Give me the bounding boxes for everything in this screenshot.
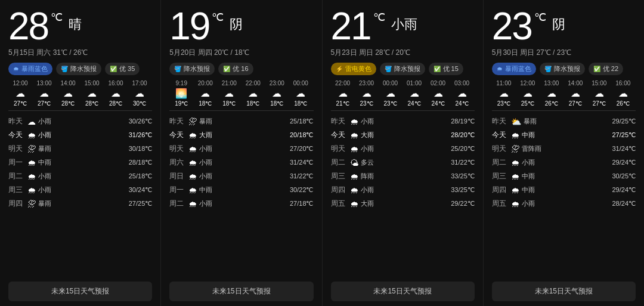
forecast-temp: 29/22℃ <box>451 200 475 208</box>
hour-time: 11:00 <box>496 80 511 86</box>
forecast-label: 小雨 <box>361 117 449 126</box>
weather-panel-4: 23 ℃ 阴 5月30日 周日 27℃ / 23℃🌧暴雨蓝色🪣降水预报✅优 22… <box>484 0 644 306</box>
hour-icon: ☁ <box>16 88 25 99</box>
badge-label: 优 16 <box>233 64 248 73</box>
hour-temp: 28℃ <box>109 100 122 107</box>
forecast-label: 小雨 <box>199 172 287 181</box>
forecast-day: 周一 <box>169 185 186 195</box>
date-range: 5月15日 周六 31℃ / 26℃ <box>8 48 152 58</box>
hourly-forecast: 11:00 ☁ 23℃ 12:00 ☁ 25℃ 13:00 ☁ 26℃ 14:0… <box>492 80 636 107</box>
badge-icon: 🌧 <box>497 66 503 72</box>
alert-badge[interactable]: 🪣降水预报 <box>380 63 425 75</box>
forecast-label: 小雨 <box>361 144 449 153</box>
forecast-icon: ⛈ <box>188 117 197 126</box>
badge-label: 优 22 <box>603 64 618 73</box>
hour-time: 00:00 <box>293 80 308 86</box>
divider <box>331 110 475 111</box>
alert-badge[interactable]: 🌧暴雨蓝色 <box>8 63 52 75</box>
forecast-icon: 🌧 <box>27 158 36 168</box>
hour-item: 17:00 ☁ 30℃ <box>128 80 151 107</box>
hour-item: 01:00 ☁ 24℃ <box>402 80 426 107</box>
temp-unit: ℃ <box>212 11 224 24</box>
forecast-icon: 🌧 <box>511 186 519 195</box>
hour-icon: ☁ <box>224 88 234 99</box>
hour-item: 21:00 ☁ 18℃ <box>217 80 241 107</box>
hour-icon: ☁ <box>272 88 281 99</box>
forecast-day: 周三 <box>492 171 509 181</box>
forecast-15day-button[interactable]: 未来15日天气预报 <box>492 282 636 301</box>
forecast-icon: 🌧 <box>511 158 519 168</box>
badge-row: ⚡雷电黄色🪣降水预报✅优 15 <box>331 63 475 75</box>
forecast-day: 今天 <box>331 130 348 140</box>
forecast-15day-button[interactable]: 未来15日天气预报 <box>8 282 152 301</box>
forecast-temp: 31/26℃ <box>129 131 153 139</box>
hour-icon: ☁ <box>296 88 305 99</box>
forecast-icon: 🌧 <box>350 186 358 195</box>
forecast-day: 周三 <box>8 185 25 195</box>
alert-badge[interactable]: ✅优 15 <box>429 63 463 75</box>
weather-description: 晴 <box>69 16 82 33</box>
badge-row: 🌧暴雨蓝色🪣降水预报✅优 22 <box>492 63 636 75</box>
forecast-day: 今天 <box>492 130 509 140</box>
alert-badge[interactable]: ⚡雷电黄色 <box>331 63 376 75</box>
forecast-label: 大雨 <box>199 131 287 140</box>
forecast-day: 周二 <box>169 199 186 209</box>
alert-badge[interactable]: ✅优 22 <box>589 63 623 75</box>
forecast-day: 周日 <box>169 171 186 181</box>
forecast-day: 周四 <box>8 199 25 209</box>
hour-time: 13:00 <box>36 80 51 86</box>
forecast-label: 小雨 <box>199 158 287 167</box>
forecast-label: 雷阵雨 <box>522 144 610 153</box>
hour-item: 9:19 🌅 19℃ <box>169 80 193 107</box>
alert-badge[interactable]: ✅优 35 <box>105 63 140 75</box>
forecast-label: 中雨 <box>199 186 287 194</box>
alert-badge[interactable]: 🌧暴雨蓝色 <box>492 63 536 75</box>
hour-item: 12:00 ☁ 27℃ <box>8 80 32 107</box>
forecast-label: 小雨 <box>199 199 287 208</box>
forecast-icon: 🌧 <box>188 144 197 154</box>
hour-time: 22:00 <box>246 80 261 86</box>
hour-icon: ☁ <box>410 88 419 99</box>
alert-badge[interactable]: 🪣降水预报 <box>540 63 585 75</box>
hour-icon: ☁ <box>111 88 120 99</box>
badge-row: 🪣降水预报✅优 16 <box>169 63 313 75</box>
badge-icon: 🌧 <box>13 66 19 72</box>
forecast-temp: 28/19℃ <box>451 118 475 125</box>
hour-icon: ☁ <box>362 88 371 99</box>
forecast-label: 暴雨 <box>199 117 287 126</box>
hour-icon: ☁ <box>135 88 144 99</box>
hour-temp: 18℃ <box>270 100 283 107</box>
hour-icon: ☁ <box>200 88 210 99</box>
hour-item: 13:00 ☁ 26℃ <box>540 80 564 107</box>
forecast-day: 明天 <box>331 144 348 154</box>
hour-time: 17:00 <box>132 80 147 86</box>
forecast-temp: 29/24℃ <box>612 159 636 166</box>
forecast-15day-button[interactable]: 未来15日天气预报 <box>331 282 475 301</box>
hour-temp: 24℃ <box>455 100 468 107</box>
forecast-row: 今天 🌧 大雨 20/18℃ <box>169 128 313 142</box>
forecast-day: 周五 <box>492 199 509 209</box>
hour-temp: 23℃ <box>360 100 373 107</box>
forecast-row: 明天 ⛈ 雷阵雨 31/24℃ <box>492 142 636 156</box>
forecast-icon: 🌧 <box>350 199 358 209</box>
forecast-day: 明天 <box>169 144 186 154</box>
hour-icon: ☁ <box>39 88 49 99</box>
alert-badge[interactable]: 🪣降水预报 <box>56 63 101 75</box>
forecast-row: 周二 🌤 多云 31/22℃ <box>331 156 475 169</box>
forecast-temp: 27/25℃ <box>129 200 153 208</box>
forecast-15day-button[interactable]: 未来15日天气预报 <box>169 282 313 301</box>
forecast-label: 小雨 <box>38 131 126 140</box>
hour-time: 21:00 <box>222 80 237 86</box>
forecast-temp: 31/24℃ <box>612 145 636 153</box>
hour-item: 22:00 ☁ 18℃ <box>241 80 265 107</box>
hour-temp: 24℃ <box>407 100 420 107</box>
forecast-temp: 25/20℃ <box>451 145 475 153</box>
forecast-label: 小雨 <box>38 186 126 194</box>
alert-badge[interactable]: ✅优 16 <box>218 63 253 75</box>
forecast-day: 周五 <box>331 199 348 209</box>
forecast-day: 周六 <box>169 157 186 168</box>
hour-time: 12:00 <box>13 80 27 86</box>
forecast-temp: 31/24℃ <box>290 159 314 166</box>
alert-badge[interactable]: 🪣降水预报 <box>169 63 215 75</box>
forecast-icon: 🌧 <box>188 158 197 168</box>
